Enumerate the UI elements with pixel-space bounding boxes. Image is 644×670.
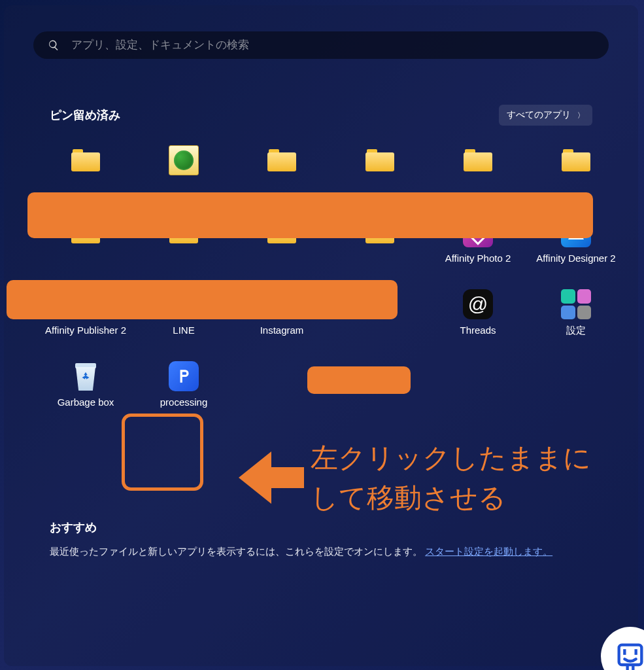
open-start-settings-link[interactable]: スタート設定を起動します。 [425, 546, 552, 557]
svg-rect-1 [623, 649, 626, 655]
start-menu-panel: ピン留め済み すべてのアプリ 〉 Affinity Photo 2 Affini… [4, 5, 638, 666]
folder-icon [365, 149, 394, 171]
chevron-right-icon: 〉 [577, 111, 585, 120]
pinned-app-settings[interactable]: 設定 [527, 289, 625, 349]
settings-icon [561, 289, 591, 319]
pinned-app-processing[interactable]: processing [135, 361, 233, 421]
redaction-bar [7, 280, 398, 319]
recommend-hint-text: 最近使ったファイルと新しいアプリを表示するには、これらを設定でオンにします。 ス… [30, 535, 612, 558]
folder-icon [71, 149, 100, 171]
pinned-app-recyclebin[interactable]: Garbage box [37, 361, 135, 421]
processing-icon [169, 361, 199, 391]
all-apps-label: すべてのアプリ [507, 109, 571, 121]
annotation-arrow-icon [235, 445, 307, 510]
folder-icon [464, 149, 492, 171]
all-apps-button[interactable]: すべてのアプリ 〉 [499, 105, 592, 126]
recyclebin-icon [73, 362, 99, 391]
svg-rect-2 [635, 649, 637, 655]
redaction-bar [27, 192, 593, 238]
pinned-section-title: ピン留め済み [50, 107, 120, 123]
folder-icon [562, 149, 590, 171]
world-folder-icon [169, 145, 199, 175]
folder-icon [267, 149, 296, 171]
search-icon [48, 39, 59, 51]
recommend-section-title: おすすめ [50, 520, 592, 535]
search-bar[interactable] [33, 31, 609, 59]
pinned-app-threads[interactable]: @Threads [429, 289, 527, 349]
redaction-bar [307, 366, 411, 394]
threads-icon: @ [463, 289, 493, 319]
search-input[interactable] [71, 39, 594, 52]
annotation-text: 左クリックしたままに して移動させる [311, 438, 591, 518]
